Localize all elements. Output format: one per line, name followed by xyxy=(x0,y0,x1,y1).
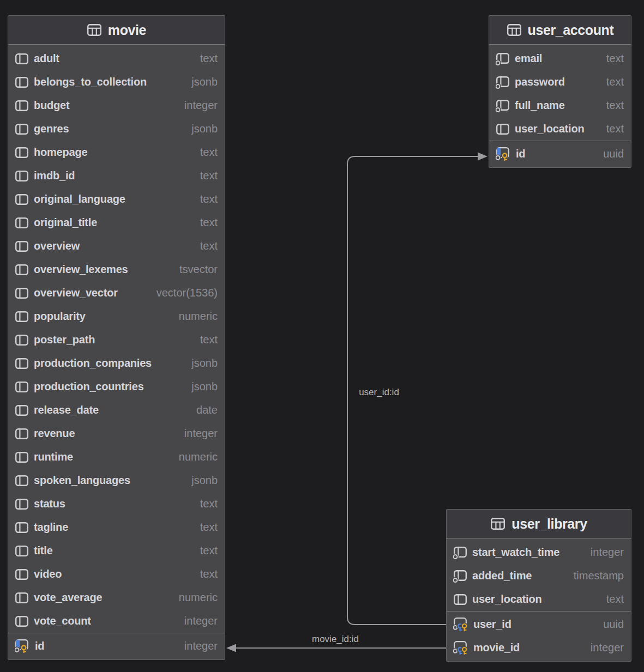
column-type: tsvector xyxy=(172,263,218,276)
column-name: email xyxy=(515,52,542,65)
column-name: overview xyxy=(34,240,80,252)
column-row[interactable]: user_location text xyxy=(489,117,631,141)
column-row[interactable]: video text xyxy=(8,562,225,586)
table-node-user_account[interactable]: user_account email text password text fu… xyxy=(489,15,631,168)
column-type: text xyxy=(599,99,624,112)
primary-foreign-key-icon xyxy=(453,617,468,632)
table-header[interactable]: user_library xyxy=(447,510,631,538)
column-row[interactable]: belongs_to_collection jsonb xyxy=(8,70,225,94)
column-icon xyxy=(15,428,29,440)
column-type: integer xyxy=(177,427,218,440)
column-type: text xyxy=(599,76,624,88)
column-type: integer xyxy=(177,615,218,627)
column-type: jsonb xyxy=(184,357,218,370)
column-row[interactable]: start_watch_time integer xyxy=(447,541,631,564)
column-icon xyxy=(15,592,29,604)
column-type: uuid xyxy=(595,618,624,631)
column-row[interactable]: production_companies jsonb xyxy=(8,352,225,375)
table-keys: user_id uuid movie_id integer xyxy=(447,611,631,661)
column-icon xyxy=(15,358,29,370)
column-name: video xyxy=(34,568,62,580)
column-row[interactable]: vote_count integer xyxy=(8,609,225,633)
column-row[interactable]: status text xyxy=(8,492,225,516)
column-icon xyxy=(15,311,29,323)
column-indexed-icon xyxy=(496,52,510,65)
column-type: integer xyxy=(177,640,218,652)
column-type: text xyxy=(599,123,624,135)
column-row[interactable]: overview text xyxy=(8,234,225,258)
column-type: text xyxy=(192,498,218,510)
column-row[interactable]: vote_average numeric xyxy=(8,586,225,609)
column-row[interactable]: overview_lexemes tsvector xyxy=(8,258,225,281)
column-row[interactable]: imdb_id text xyxy=(8,164,225,187)
column-name: start_watch_time xyxy=(472,546,559,559)
primary-foreign-key-icon xyxy=(453,640,468,656)
column-row[interactable]: email text xyxy=(489,47,631,70)
column-name: user_location xyxy=(472,593,541,606)
column-name: added_time xyxy=(472,570,532,582)
column-name: release_date xyxy=(34,404,99,416)
column-icon xyxy=(15,404,29,416)
table-node-user_library[interactable]: user_library start_watch_time integer ad… xyxy=(446,509,631,662)
key-row[interactable]: id integer xyxy=(8,634,225,658)
column-icon xyxy=(15,264,29,276)
column-name: imdb_id xyxy=(34,169,75,182)
column-icon xyxy=(15,76,29,88)
column-icon xyxy=(15,381,29,393)
column-row[interactable]: original_language text xyxy=(8,187,225,211)
column-row[interactable]: user_location text xyxy=(447,588,631,611)
column-row[interactable]: overview_vector vector(1536) xyxy=(8,281,225,305)
column-row[interactable]: added_time timestamp xyxy=(447,564,631,588)
column-type: jsonb xyxy=(184,380,218,393)
column-name: id xyxy=(35,640,44,652)
column-type: text xyxy=(599,52,624,65)
key-row[interactable]: user_id uuid xyxy=(447,613,631,636)
table-header[interactable]: user_account xyxy=(489,16,631,45)
column-name: revenue xyxy=(34,427,75,440)
column-row[interactable]: genres jsonb xyxy=(8,117,225,141)
table-keys: id uuid xyxy=(489,141,631,167)
column-row[interactable]: release_date date xyxy=(8,398,225,422)
column-name: poster_path xyxy=(34,334,95,346)
table-header[interactable]: movie xyxy=(8,16,225,45)
column-row[interactable]: budget integer xyxy=(8,94,225,117)
column-type: integer xyxy=(583,546,624,559)
column-icon xyxy=(15,545,29,557)
column-icon xyxy=(15,522,29,534)
column-name: full_name xyxy=(515,99,565,112)
column-type: text xyxy=(192,544,218,557)
er-diagram-canvas[interactable]: movie adult text belongs_to_collection j… xyxy=(0,0,644,672)
column-indexed-icon xyxy=(453,546,467,559)
column-row[interactable]: original_title text xyxy=(8,211,225,234)
column-icon xyxy=(15,615,29,627)
column-row[interactable]: homepage text xyxy=(8,141,225,164)
column-name: status xyxy=(34,498,65,510)
column-row[interactable]: popularity numeric xyxy=(8,305,225,328)
column-row[interactable]: title text xyxy=(8,539,225,562)
column-type: text xyxy=(192,240,218,252)
column-name: belongs_to_collection xyxy=(34,76,147,88)
column-row[interactable]: password text xyxy=(489,70,631,94)
column-name: overview_vector xyxy=(34,287,118,299)
key-row[interactable]: movie_id integer xyxy=(447,636,631,659)
column-icon xyxy=(453,594,467,606)
column-type: text xyxy=(192,521,218,534)
column-name: movie_id xyxy=(473,641,520,654)
table-node-movie[interactable]: movie adult text belongs_to_collection j… xyxy=(8,15,225,660)
table-grid-icon xyxy=(490,517,505,530)
column-row[interactable]: full_name text xyxy=(489,94,631,117)
relationship-label: user_id:id xyxy=(359,387,399,398)
column-row[interactable]: spoken_languages jsonb xyxy=(8,469,225,492)
column-row[interactable]: adult text xyxy=(8,47,225,70)
column-row[interactable]: tagline text xyxy=(8,516,225,539)
column-name: production_companies xyxy=(34,357,152,370)
column-row[interactable]: production_countries jsonb xyxy=(8,375,225,398)
key-row[interactable]: id uuid xyxy=(489,142,631,166)
primary-key-icon xyxy=(496,147,511,161)
column-name: user_id xyxy=(473,618,511,631)
column-row[interactable]: runtime numeric xyxy=(8,445,225,469)
column-row[interactable]: poster_path text xyxy=(8,328,225,352)
column-row[interactable]: revenue integer xyxy=(8,422,225,445)
column-indexed-icon xyxy=(496,76,510,89)
column-name: title xyxy=(34,544,53,557)
